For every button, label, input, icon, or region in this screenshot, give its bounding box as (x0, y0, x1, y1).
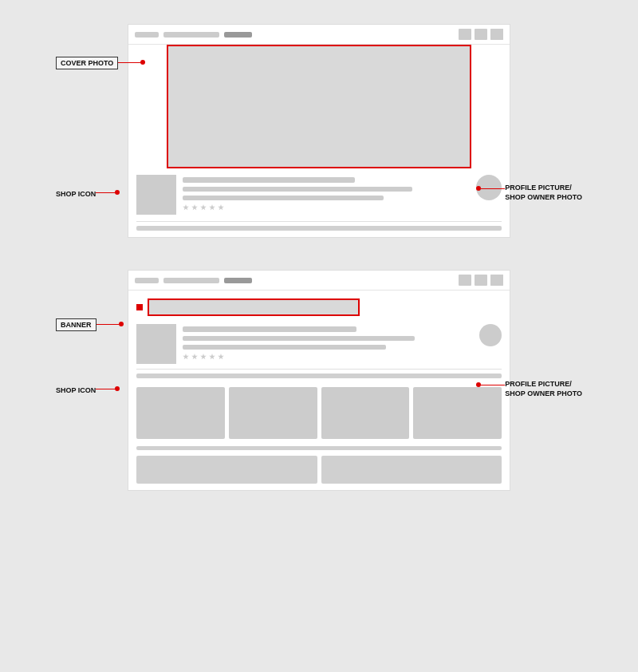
stars-row-2 (183, 354, 473, 360)
chrome-block-6 (490, 275, 503, 286)
product-thumb-3 (321, 387, 410, 439)
shop-icon-box-2 (136, 324, 176, 364)
shop-icon-line-1 (96, 192, 115, 193)
star-2 (191, 204, 198, 211)
product-thumb-4 (413, 387, 502, 439)
cover-photo-box (167, 45, 471, 168)
banner-box (148, 298, 360, 316)
chrome-bar-5 (163, 278, 219, 283)
profile-label-2: PROFILE PICTURE/SHOP OWNER PHOTO (505, 380, 582, 397)
info-line-1 (183, 187, 412, 192)
profile-section-1 (128, 168, 510, 221)
profile-annotation-2: PROFILE PICTURE/SHOP OWNER PHOTO (505, 380, 582, 398)
bottom-row (128, 453, 510, 490)
chrome-sub-3 (490, 35, 496, 40)
stars-row-1 (183, 204, 470, 211)
chrome-block-1 (459, 29, 471, 40)
chrome-top-2 (128, 271, 510, 291)
profile-label-1: PROFILE PICTURE/SHOP OWNER PHOTO (505, 184, 582, 201)
bottom-block-1 (136, 456, 317, 484)
chrome-sub-7 (490, 281, 496, 286)
banner-line (96, 324, 119, 325)
profile-line-2 (481, 385, 505, 385)
info-line-title-2 (183, 326, 356, 332)
banner-row (136, 298, 502, 316)
chrome-right-2 (459, 275, 503, 286)
star-9 (209, 354, 215, 360)
chrome-right-1 (459, 29, 503, 40)
shop-icon-dot-2 (115, 386, 120, 391)
chrome-bar-6 (224, 278, 252, 283)
banner-container (128, 291, 510, 319)
cover-photo-dot (140, 60, 145, 65)
chrome-block-4 (459, 275, 471, 286)
banner-dot (119, 322, 124, 326)
profile-annotation-1: PROFILE PICTURE/SHOP OWNER PHOTO (505, 184, 582, 202)
chrome-bar-2 (163, 32, 219, 38)
chrome-bar-1 (135, 32, 159, 38)
chrome-sub-4 (498, 35, 503, 40)
shop-icon-line-2 (96, 389, 115, 389)
chrome-sub-8 (498, 281, 503, 286)
star-3 (200, 204, 207, 211)
star-8 (200, 354, 207, 360)
section2-wrapper: BANNER PROFILE PICTURE/SHOP OWNER PHOTO … (56, 262, 582, 491)
nav-divider-2 (136, 369, 502, 370)
shop-icon-label-1: SHOP ICON (56, 190, 96, 198)
star-10 (218, 354, 224, 360)
cover-photo-annotation: COVER PHOTO (56, 54, 118, 69)
chrome-block-2 (475, 29, 487, 40)
cover-photo-line (118, 62, 140, 63)
star-4 (209, 204, 215, 211)
chrome-block-5 (475, 275, 487, 286)
star-5 (218, 204, 224, 211)
info-line-2 (183, 196, 384, 200)
nav-divider-1 (136, 221, 502, 222)
nav-bar-1 (136, 226, 502, 231)
bottom-line-1 (136, 446, 502, 450)
shop-icon-dot-1 (115, 190, 120, 195)
chrome-block-3 (490, 29, 503, 40)
info-line-3 (183, 336, 415, 341)
cover-photo-container (128, 45, 510, 168)
shop-icon-annotation-1: SHOP ICON (56, 185, 96, 200)
shop-icon-annotation-2: SHOP ICON (56, 381, 96, 396)
section1-wrapper: COVER PHOTO PROFILE PICTURE/SHOP OWNER P… (56, 16, 582, 238)
banner-label: BANNER (56, 318, 96, 331)
info-line-title-1 (183, 177, 355, 183)
banner-annotation: BANNER (56, 316, 96, 331)
product-grid-2 (128, 383, 510, 443)
star-7 (191, 354, 198, 360)
page-mock-1 (128, 24, 510, 238)
banner-dot-indicator (136, 304, 143, 310)
chrome-bar-4 (135, 278, 159, 283)
chrome-sub-5 (490, 275, 496, 279)
info-line-4 (183, 345, 386, 350)
bottom-block-2 (321, 456, 502, 484)
profile-picture-2 (479, 324, 502, 346)
shop-icon-label-2: SHOP ICON (56, 386, 96, 394)
star-6 (183, 354, 189, 360)
product-thumb-1 (136, 387, 225, 439)
shop-info-1 (183, 175, 470, 211)
product-thumb-2 (229, 387, 317, 439)
chrome-sub-2 (498, 29, 503, 34)
nav-bar-2 (136, 374, 502, 378)
profile-section-2 (128, 319, 510, 369)
chrome-bar-3 (224, 32, 252, 38)
profile-line-1 (481, 188, 505, 189)
chrome-sub-6 (498, 275, 503, 279)
cover-photo-label: COVER PHOTO (56, 57, 118, 69)
chrome-sub-1 (490, 29, 496, 34)
shop-info-2 (183, 324, 473, 360)
shop-icon-box-1 (136, 175, 176, 215)
chrome-top-1 (128, 25, 510, 45)
page-mock-2 (128, 270, 510, 491)
star-1 (183, 204, 189, 211)
